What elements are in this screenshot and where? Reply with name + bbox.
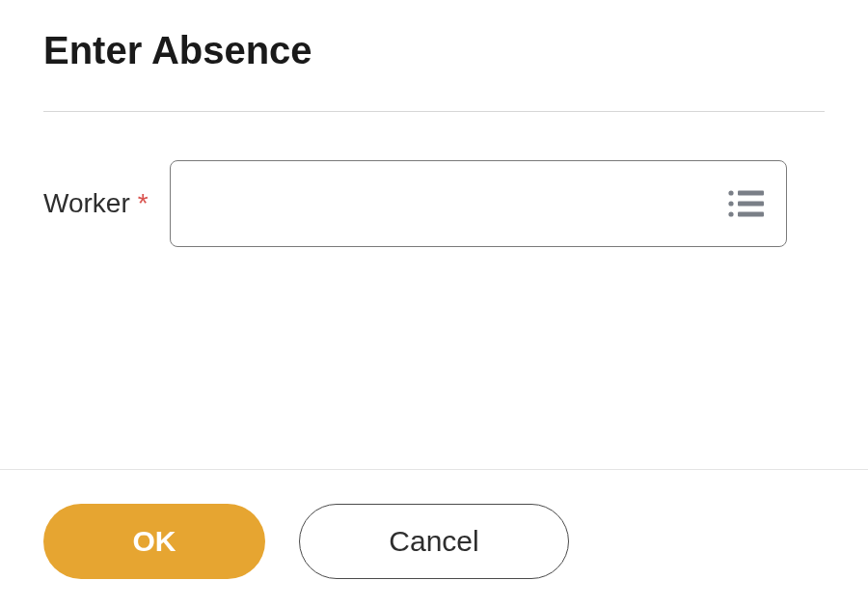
worker-input-wrapper: [170, 160, 787, 247]
cancel-button[interactable]: Cancel: [299, 504, 569, 579]
svg-point-4: [728, 211, 733, 216]
svg-rect-5: [738, 211, 764, 216]
worker-label-text: Worker: [43, 188, 130, 219]
list-icon: [727, 189, 764, 218]
svg-point-0: [728, 190, 733, 195]
svg-point-2: [728, 201, 733, 206]
ok-button[interactable]: OK: [43, 504, 265, 579]
button-row: OK Cancel: [0, 470, 868, 608]
required-asterisk: *: [138, 188, 149, 219]
header-divider: [43, 111, 825, 112]
worker-input[interactable]: [170, 160, 787, 247]
worker-label: Worker *: [43, 188, 149, 219]
svg-rect-3: [738, 201, 764, 206]
svg-rect-1: [738, 190, 764, 195]
worker-field-row: Worker *: [43, 160, 825, 247]
footer: OK Cancel: [0, 469, 868, 608]
page-title: Enter Absence: [43, 29, 825, 72]
worker-prompt-list-button[interactable]: [721, 183, 770, 224]
